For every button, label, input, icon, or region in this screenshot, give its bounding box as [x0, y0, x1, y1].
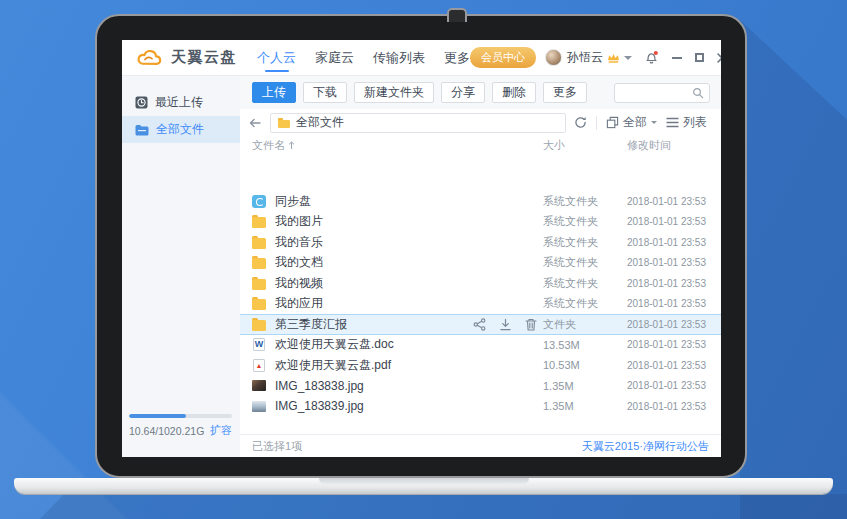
table-row[interactable]: 欢迎使用天翼云盘.doc 13.53M 2018-01-01 23:53 — [240, 335, 721, 356]
file-size: 1.35M — [543, 400, 627, 412]
file-size: 1.35M — [543, 380, 627, 392]
close-button[interactable] — [717, 53, 721, 63]
expand-storage-link[interactable]: 扩容 — [210, 423, 232, 438]
minimize-button[interactable] — [672, 57, 682, 59]
file-size: 系统文件夹 — [543, 296, 627, 311]
selection-count: 已选择1项 — [252, 439, 302, 454]
sidebar-item-recent-uploads[interactable]: 最近上传 — [122, 89, 240, 116]
tab-family-cloud[interactable]: 家庭云 — [315, 40, 354, 76]
file-size: 系统文件夹 — [543, 214, 627, 229]
file-name: 同步盘 — [275, 193, 473, 210]
app-header: 天翼云盘 个人云 家庭云 传输列表 更多 会员中心 孙悟云 — [122, 40, 721, 76]
laptop-base-notch — [319, 478, 529, 485]
current-location-label: 全部文件 — [296, 114, 344, 131]
refresh-icon[interactable] — [574, 116, 587, 129]
file-size: 13.53M — [543, 339, 627, 351]
storage-progress-fill — [129, 414, 186, 418]
file-modified: 2018-01-01 23:53 — [627, 360, 721, 371]
file-name: 欢迎使用天翼云盘.doc — [275, 336, 473, 353]
sidebar-item-label: 全部文件 — [156, 121, 204, 138]
file-type-icon — [252, 338, 267, 351]
delete-button[interactable]: 删除 — [492, 82, 536, 103]
filter-type-dropdown[interactable]: 全部 — [606, 114, 657, 131]
file-name: 我的图片 — [275, 213, 473, 230]
announcement-link[interactable]: 天翼云2015·净网行动公告 — [582, 439, 709, 454]
table-row[interactable]: 欢迎使用天翼云盘.pdf 10.53M 2018-01-01 23:53 — [240, 355, 721, 376]
file-type-icon — [252, 297, 267, 310]
divider — [596, 116, 597, 130]
new-folder-button[interactable]: 新建文件夹 — [354, 82, 434, 103]
column-name[interactable]: 文件名 — [252, 138, 285, 153]
user-menu-caret-icon[interactable] — [624, 56, 632, 64]
sidebar-item-all-files[interactable]: 全部文件 — [122, 116, 240, 143]
filter-label: 全部 — [623, 114, 647, 131]
file-name: 我的应用 — [275, 295, 473, 312]
file-size: 系统文件夹 — [543, 235, 627, 250]
download-icon[interactable] — [499, 318, 512, 331]
file-name: 我的文档 — [275, 254, 473, 271]
tab-personal-cloud[interactable]: 个人云 — [257, 40, 296, 76]
share-icon[interactable] — [473, 318, 486, 331]
notification-bell-icon[interactable] — [644, 50, 659, 65]
table-row[interactable]: IMG_183839.jpg 1.35M 2018-01-01 23:53 — [240, 396, 721, 417]
view-label: 列表 — [683, 114, 707, 131]
maximize-button[interactable] — [695, 53, 704, 62]
member-center-button[interactable]: 会员中心 — [470, 47, 536, 68]
file-type-icon — [252, 256, 267, 269]
file-size: 文件夹 — [543, 317, 627, 332]
table-row[interactable]: 第三季度汇报 文件夹 2018-01-01 23:53 — [240, 314, 721, 335]
current-location[interactable]: 全部文件 — [270, 113, 566, 133]
desktop-background: 天翼云盘 个人云 家庭云 传输列表 更多 会员中心 孙悟云 — [0, 0, 847, 519]
file-modified: 2018-01-01 23:53 — [627, 298, 721, 309]
sidebar: 最近上传 全部文件 10.64/102 — [122, 76, 240, 457]
laptop-frame: 天翼云盘 个人云 家庭云 传输列表 更多 会员中心 孙悟云 — [95, 14, 747, 478]
download-button[interactable]: 下载 — [303, 82, 347, 103]
storage-progress-bar — [129, 414, 232, 418]
column-modified[interactable]: 修改时间 — [627, 138, 721, 153]
list-view-toggle[interactable]: 列表 — [666, 114, 707, 131]
search-icon — [692, 87, 704, 99]
file-modified: 2018-01-01 23:53 — [627, 380, 721, 391]
brand-name: 天翼云盘 — [171, 48, 237, 67]
app-window: 天翼云盘 个人云 家庭云 传输列表 更多 会员中心 孙悟云 — [122, 40, 721, 457]
file-type-icon — [252, 215, 267, 228]
more-button[interactable]: 更多 — [543, 82, 587, 103]
laptop-shadow-bottom — [40, 494, 847, 519]
file-type-icon — [252, 379, 267, 392]
tab-more[interactable]: 更多 — [444, 40, 470, 76]
column-size[interactable]: 大小 — [543, 138, 627, 153]
upload-button[interactable]: 上传 — [252, 82, 296, 103]
file-name: IMG_183839.jpg — [275, 399, 473, 413]
delete-icon[interactable] — [525, 318, 537, 331]
table-row[interactable]: 我的图片 系统文件夹 2018-01-01 23:53 — [240, 212, 721, 233]
table-row[interactable]: 同步盘 系统文件夹 2018-01-01 23:53 — [240, 191, 721, 212]
file-name: 我的音乐 — [275, 234, 473, 251]
back-icon[interactable] — [248, 117, 262, 129]
file-name: 我的视频 — [275, 275, 473, 292]
file-modified: 2018-01-01 23:53 — [627, 237, 721, 248]
user-avatar[interactable] — [545, 49, 562, 66]
tab-transfer-list[interactable]: 传输列表 — [373, 40, 425, 76]
main-panel: 上传 下载 新建文件夹 分享 删除 更多 — [240, 76, 721, 457]
file-name: 第三季度汇报 — [275, 316, 473, 333]
share-button[interactable]: 分享 — [441, 82, 485, 103]
laptop-base — [14, 478, 833, 494]
file-type-icon — [252, 236, 267, 249]
laptop-shadow-right — [740, 20, 847, 519]
table-row[interactable]: IMG_183838.jpg 1.35M 2018-01-01 23:53 — [240, 376, 721, 397]
view-controls: 全部 列表 — [574, 114, 707, 131]
table-row[interactable]: 我的音乐 系统文件夹 2018-01-01 23:53 — [240, 232, 721, 253]
chevron-down-icon — [651, 121, 657, 127]
file-size: 系统文件夹 — [543, 276, 627, 291]
username: 孙悟云 — [567, 49, 603, 66]
search-input[interactable] — [615, 87, 692, 99]
file-size: 系统文件夹 — [543, 194, 627, 209]
table-header: 文件名 大小 修改时间 — [240, 136, 721, 155]
storage-meter: 10.64/1020.21G 扩容 — [129, 414, 232, 438]
sidebar-item-label: 最近上传 — [155, 94, 203, 111]
table-row[interactable]: 我的视频 系统文件夹 2018-01-01 23:53 — [240, 273, 721, 294]
table-row[interactable]: 我的文档 系统文件夹 2018-01-01 23:53 — [240, 253, 721, 274]
file-name: 欢迎使用天翼云盘.pdf — [275, 357, 473, 374]
file-type-icon — [252, 359, 267, 372]
table-row[interactable]: 我的应用 系统文件夹 2018-01-01 23:53 — [240, 294, 721, 315]
